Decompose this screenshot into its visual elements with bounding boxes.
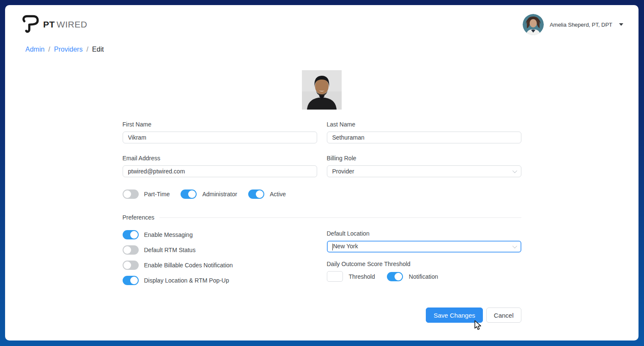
email-label: Email Address — [123, 155, 317, 162]
location-threshold-column: Default Location New York Daily Outcome … — [327, 230, 521, 285]
cancel-button[interactable]: Cancel — [486, 308, 521, 323]
save-changes-button[interactable]: Save Changes — [426, 308, 482, 323]
active-toggle-row: Active — [248, 189, 286, 199]
last-name-field-group: Last Name — [327, 121, 521, 143]
app-header: PTWIRED Amelia Sheperd, PT, DPT — [5, 5, 639, 36]
default-rtm-status-label: Default RTM Status — [144, 247, 196, 253]
active-label: Active — [270, 191, 286, 198]
preferences-divider — [159, 217, 521, 218]
breadcrumb: Admin / Providers / Edit — [25, 46, 639, 53]
default-rtm-status-toggle[interactable] — [123, 245, 139, 255]
notification-label: Notification — [409, 273, 438, 280]
last-name-label: Last Name — [327, 121, 521, 128]
email-field-group: Email Address — [123, 155, 317, 177]
breadcrumb-separator: / — [86, 46, 88, 53]
breadcrumb-separator: / — [48, 46, 50, 53]
daily-outcome-controls: Threshold Notification — [327, 271, 521, 282]
email-role-row: Email Address Billing Role Provider — [123, 143, 521, 177]
first-name-field-group: First Name — [123, 121, 317, 143]
threshold-input[interactable] — [327, 271, 343, 282]
billing-role-field-group: Billing Role Provider — [327, 155, 521, 177]
user-name: Amelia Sheperd, PT, DPT — [550, 22, 612, 28]
breadcrumb-admin[interactable]: Admin — [25, 46, 44, 53]
part-time-toggle[interactable] — [123, 189, 139, 199]
last-name-input[interactable] — [327, 132, 521, 143]
display-location-rtm-popup-label: Display Location & RTM Pop-Up — [144, 277, 229, 284]
default-location-value: New York — [332, 243, 358, 250]
enable-messaging-row: Enable Messaging — [123, 230, 317, 239]
daily-outcome-group: Daily Outcome Score Threshold Threshold … — [327, 261, 521, 282]
billing-role-value: Provider — [332, 168, 354, 175]
billable-codes-notification-label: Enable Billable Codes Notification — [144, 262, 233, 269]
chevron-down-icon — [512, 168, 517, 173]
daily-outcome-label: Daily Outcome Score Threshold — [327, 261, 521, 267]
pt-wired-logo-icon — [20, 14, 39, 36]
administrator-toggle-row: Administrator — [181, 189, 237, 199]
default-location-select[interactable]: New York — [327, 241, 521, 253]
preferences-row: Enable Messaging Default RTM Status Enab… — [123, 221, 521, 285]
app-logo-text: PTWIRED — [43, 19, 87, 30]
billing-role-select[interactable]: Provider — [327, 165, 521, 177]
default-rtm-status-row: Default RTM Status — [123, 245, 317, 255]
billable-codes-notification-row: Enable Billable Codes Notification — [123, 261, 317, 270]
chevron-down-icon — [619, 23, 623, 26]
page-card: PTWIRED Amelia Sheperd, PT, DPT Admin / … — [5, 5, 639, 341]
user-avatar — [523, 14, 544, 35]
text-cursor — [332, 244, 333, 250]
administrator-label: Administrator — [202, 191, 237, 198]
default-location-label: Default Location — [327, 230, 521, 237]
provider-photo — [302, 70, 342, 110]
email-input[interactable] — [123, 165, 317, 177]
first-name-input[interactable] — [123, 132, 317, 143]
user-menu[interactable]: Amelia Sheperd, PT, DPT — [523, 14, 623, 35]
active-toggle[interactable] — [248, 189, 264, 199]
default-location-field-group: Default Location New York — [327, 230, 521, 253]
chevron-down-icon — [512, 244, 517, 248]
threshold-label: Threshold — [349, 273, 375, 280]
display-location-rtm-popup-row: Display Location & RTM Pop-Up — [123, 276, 317, 285]
name-row: First Name Last Name — [123, 110, 521, 143]
notification-toggle[interactable] — [387, 272, 403, 281]
administrator-toggle[interactable] — [181, 189, 197, 199]
enable-messaging-toggle[interactable] — [123, 230, 139, 239]
app-logo: PTWIRED — [20, 14, 87, 36]
breadcrumb-current: Edit — [92, 46, 104, 53]
billing-role-label: Billing Role — [327, 155, 521, 162]
preferences-toggle-list: Enable Messaging Default RTM Status Enab… — [123, 230, 317, 285]
form-actions: Save Changes Cancel — [123, 308, 521, 323]
part-time-label: Part-Time — [144, 191, 170, 198]
billable-codes-notification-toggle[interactable] — [123, 261, 139, 270]
enable-messaging-label: Enable Messaging — [144, 231, 193, 238]
preferences-section-header: Preferences — [123, 214, 521, 221]
breadcrumb-providers[interactable]: Providers — [54, 46, 83, 53]
part-time-toggle-row: Part-Time — [123, 189, 170, 199]
provider-edit-form: First Name Last Name Email Address Billi… — [123, 70, 521, 323]
preferences-label: Preferences — [123, 214, 154, 221]
display-location-rtm-popup-toggle[interactable] — [123, 276, 139, 285]
first-name-label: First Name — [123, 121, 317, 128]
status-toggles-row: Part-Time Administrator Active — [123, 189, 521, 199]
